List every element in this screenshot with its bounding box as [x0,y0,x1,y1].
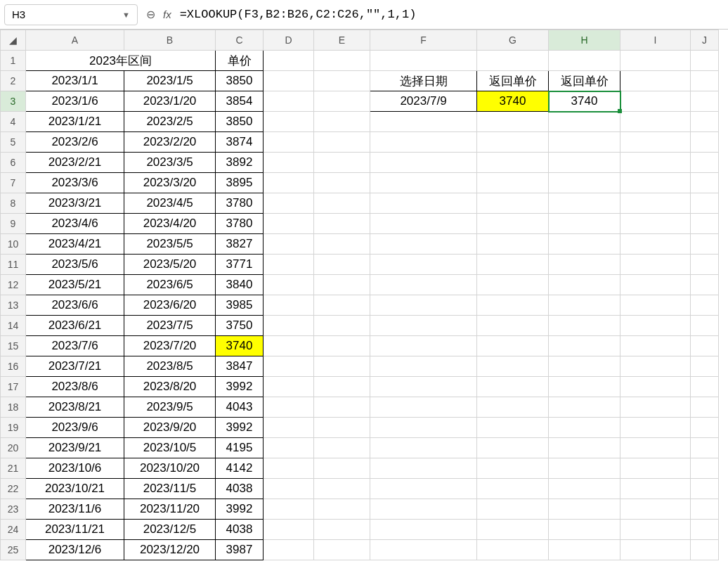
cell-B16[interactable]: 2023/8/5 [124,356,216,377]
cell-J14[interactable] [691,316,719,336]
cell-I23[interactable] [620,499,691,520]
cell-B15[interactable]: 2023/7/20 [124,336,216,356]
cell-E25[interactable] [314,540,370,560]
cell-I24[interactable] [620,520,691,540]
cell-F16[interactable] [370,356,477,377]
cell-F19[interactable] [370,418,477,438]
cell-H5[interactable] [549,132,620,153]
cell-D8[interactable] [264,193,314,214]
cell-I14[interactable] [620,316,691,336]
cell-C12[interactable]: 3840 [216,275,264,295]
col-header-D[interactable]: D [264,30,314,51]
cell-F13[interactable] [370,295,477,316]
cell-C25[interactable]: 3987 [216,540,264,560]
cell-J24[interactable] [691,520,719,540]
cell-D5[interactable] [264,132,314,153]
cell-J20[interactable] [691,438,719,458]
cell-F14[interactable] [370,316,477,336]
cell-G12[interactable] [477,275,549,295]
row-header-15[interactable]: 15 [1,336,26,356]
cell-A15[interactable]: 2023/7/6 [26,336,124,356]
cell-I20[interactable] [620,438,691,458]
cell-A7[interactable]: 2023/3/6 [26,173,124,193]
cell-G8[interactable] [477,193,549,214]
cell-B3[interactable]: 2023/1/20 [124,91,216,112]
row-header-22[interactable]: 22 [1,479,26,499]
cell-H4[interactable] [549,112,620,132]
cell-H10[interactable] [549,234,620,255]
cell-B10[interactable]: 2023/5/5 [124,234,216,255]
cell-J13[interactable] [691,295,719,316]
cell-E16[interactable] [314,356,370,377]
cell-B20[interactable]: 2023/10/5 [124,438,216,458]
cell-B6[interactable]: 2023/3/5 [124,153,216,173]
cell-C20[interactable]: 4195 [216,438,264,458]
cell-I5[interactable] [620,132,691,153]
cell-E21[interactable] [314,458,370,479]
cell-H23[interactable] [549,499,620,520]
cell-J9[interactable] [691,214,719,234]
cell-J4[interactable] [691,112,719,132]
cell-D20[interactable] [264,438,314,458]
cell-I9[interactable] [620,214,691,234]
cell-A3[interactable]: 2023/1/6 [26,91,124,112]
cell-C18[interactable]: 4043 [216,397,264,418]
cell-D1[interactable] [264,51,314,71]
row-header-18[interactable]: 18 [1,397,26,418]
cell-I18[interactable] [620,397,691,418]
cell-F2[interactable]: 选择日期 [370,71,477,91]
cell-D17[interactable] [264,377,314,397]
cell-H17[interactable] [549,377,620,397]
cell-A19[interactable]: 2023/9/6 [26,418,124,438]
cell-D18[interactable] [264,397,314,418]
cell-C7[interactable]: 3895 [216,173,264,193]
cell-C14[interactable]: 3750 [216,316,264,336]
cell-I16[interactable] [620,356,691,377]
cell-A2[interactable]: 2023/1/1 [26,71,124,91]
cell-C9[interactable]: 3780 [216,214,264,234]
cell-H21[interactable] [549,458,620,479]
cell-F15[interactable] [370,336,477,356]
cell-D4[interactable] [264,112,314,132]
cell-D16[interactable] [264,356,314,377]
cell-B19[interactable]: 2023/9/20 [124,418,216,438]
cell-H22[interactable] [549,479,620,499]
cell-H8[interactable] [549,193,620,214]
col-header-A[interactable]: A [26,30,124,51]
cell-B24[interactable]: 2023/12/5 [124,520,216,540]
cell-F17[interactable] [370,377,477,397]
row-header-7[interactable]: 7 [1,173,26,193]
cell-C3[interactable]: 3854 [216,91,264,112]
cell-G19[interactable] [477,418,549,438]
cell-G7[interactable] [477,173,549,193]
row-header-9[interactable]: 9 [1,214,26,234]
select-all-corner[interactable]: ◢ [1,30,26,51]
cell-A21[interactable]: 2023/10/6 [26,458,124,479]
row-header-17[interactable]: 17 [1,377,26,397]
row-header-4[interactable]: 4 [1,112,26,132]
cell-J19[interactable] [691,418,719,438]
cell-G4[interactable] [477,112,549,132]
formula-input[interactable]: =XLOOKUP(F3,B2:B26,C2:C26,"",1,1) [177,6,724,22]
cell-I1[interactable] [620,51,691,71]
cell-B23[interactable]: 2023/11/20 [124,499,216,520]
cell-E5[interactable] [314,132,370,153]
cell-G3[interactable]: 3740 [477,91,549,112]
cell-E8[interactable] [314,193,370,214]
cell-B21[interactable]: 2023/10/20 [124,458,216,479]
cell-I21[interactable] [620,458,691,479]
cell-A9[interactable]: 2023/4/6 [26,214,124,234]
cell-A18[interactable]: 2023/8/21 [26,397,124,418]
cell-G15[interactable] [477,336,549,356]
cell-C8[interactable]: 3780 [216,193,264,214]
cell-C15[interactable]: 3740 [216,336,264,356]
row-header-6[interactable]: 6 [1,153,26,173]
cell-B14[interactable]: 2023/7/5 [124,316,216,336]
row-header-3[interactable]: 3 [1,91,26,112]
cell-E14[interactable] [314,316,370,336]
cell-G1[interactable] [477,51,549,71]
col-header-C[interactable]: C [216,30,264,51]
row-header-2[interactable]: 2 [1,71,26,91]
cell-A17[interactable]: 2023/8/6 [26,377,124,397]
cell-J22[interactable] [691,479,719,499]
